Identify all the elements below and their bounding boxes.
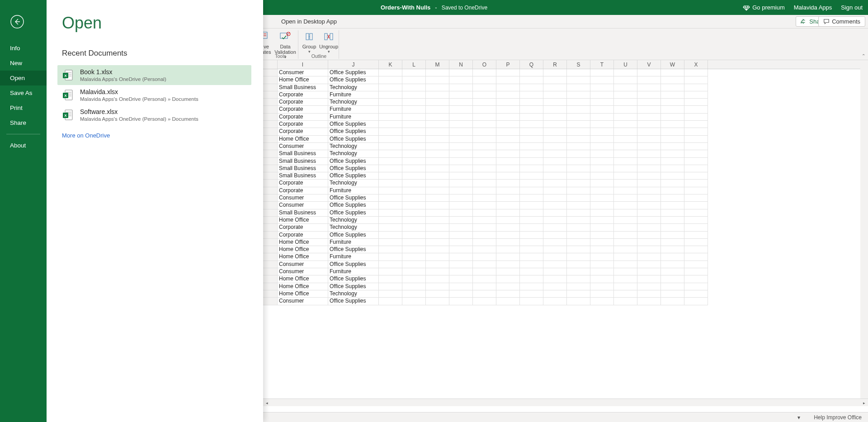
col-header-M[interactable]: M [426, 60, 449, 69]
cell[interactable] [543, 143, 567, 150]
cell[interactable] [520, 290, 543, 298]
cell[interactable] [614, 76, 637, 84]
cell[interactable] [379, 246, 402, 253]
cell[interactable] [473, 180, 496, 187]
cell[interactable] [496, 290, 520, 298]
cell[interactable] [520, 261, 543, 268]
cell[interactable] [567, 268, 590, 275]
cell[interactable] [520, 202, 543, 209]
cell[interactable] [496, 246, 520, 253]
nav-open[interactable]: Open [0, 71, 47, 85]
cell[interactable]: Small Business [278, 150, 328, 157]
cell[interactable] [426, 232, 449, 239]
cell[interactable] [473, 158, 496, 165]
cell[interactable] [661, 121, 684, 128]
cell[interactable]: Office Supplies [328, 232, 379, 239]
cell[interactable] [263, 128, 278, 135]
cell[interactable] [661, 99, 684, 106]
cell[interactable]: Office Supplies [328, 246, 379, 253]
cell[interactable] [449, 217, 473, 224]
cell[interactable] [661, 209, 684, 217]
cell[interactable] [543, 253, 567, 261]
cell[interactable] [263, 136, 278, 143]
cell[interactable] [637, 114, 661, 121]
cell[interactable] [263, 99, 278, 106]
cell[interactable] [449, 261, 473, 268]
cell[interactable] [402, 106, 426, 113]
cell[interactable] [263, 158, 278, 165]
cell[interactable] [449, 246, 473, 253]
cell[interactable] [402, 261, 426, 268]
cell[interactable]: Office Supplies [328, 298, 379, 305]
cell[interactable] [614, 158, 637, 165]
cell[interactable] [543, 290, 567, 298]
cell[interactable] [426, 150, 449, 157]
comments-button[interactable]: Comments [818, 16, 865, 27]
cell[interactable] [426, 246, 449, 253]
cell[interactable] [684, 165, 708, 172]
cell[interactable] [379, 268, 402, 275]
cell[interactable] [590, 202, 614, 209]
cell[interactable] [263, 217, 278, 224]
cell[interactable] [520, 172, 543, 180]
help-improve-link[interactable]: Help Improve Office [814, 414, 862, 421]
cell[interactable] [496, 99, 520, 106]
cell[interactable] [402, 239, 426, 246]
cell[interactable] [637, 290, 661, 298]
cell[interactable] [684, 84, 708, 91]
cell[interactable] [637, 69, 661, 76]
cell[interactable] [426, 268, 449, 275]
cell[interactable] [684, 232, 708, 239]
cell[interactable] [263, 69, 278, 76]
cell[interactable] [567, 158, 590, 165]
cell[interactable] [263, 209, 278, 217]
cell[interactable] [543, 180, 567, 187]
cell[interactable]: Office Supplies [328, 172, 379, 180]
cell[interactable] [661, 180, 684, 187]
cell[interactable] [684, 217, 708, 224]
cell[interactable] [590, 253, 614, 261]
cell[interactable] [637, 84, 661, 91]
table-row[interactable]: ConsumerOffice Supplies [263, 298, 868, 305]
cell[interactable] [473, 194, 496, 202]
cell[interactable] [379, 194, 402, 202]
cell[interactable]: Technology [328, 99, 379, 106]
cell[interactable] [473, 253, 496, 261]
cell[interactable] [379, 275, 402, 283]
cell[interactable] [567, 84, 590, 91]
cell[interactable] [496, 180, 520, 187]
cell[interactable] [426, 158, 449, 165]
cell[interactable] [684, 69, 708, 76]
cell[interactable] [614, 136, 637, 143]
cell[interactable] [402, 217, 426, 224]
table-row[interactable]: ConsumerTechnology [263, 143, 868, 150]
cell[interactable] [263, 194, 278, 202]
cell[interactable] [402, 76, 426, 84]
table-row[interactable]: Home OfficeFurniture [263, 253, 868, 261]
cell[interactable] [590, 187, 614, 194]
table-row[interactable]: Home OfficeOffice Supplies [263, 76, 868, 84]
cell[interactable] [426, 275, 449, 283]
table-row[interactable]: CorporateFurniture [263, 114, 868, 121]
cell[interactable] [402, 99, 426, 106]
col-header-N[interactable]: N [449, 60, 473, 69]
cell[interactable] [449, 187, 473, 194]
cell[interactable] [614, 187, 637, 194]
cell[interactable] [496, 194, 520, 202]
cell[interactable] [684, 261, 708, 268]
cell[interactable] [496, 143, 520, 150]
cell[interactable] [520, 180, 543, 187]
cell[interactable] [567, 128, 590, 135]
cell[interactable]: Corporate [278, 180, 328, 187]
cell[interactable] [567, 136, 590, 143]
cell[interactable] [590, 158, 614, 165]
table-row[interactable]: Small BusinessOffice Supplies [263, 172, 868, 180]
cell[interactable] [520, 158, 543, 165]
col-header-R[interactable]: R [543, 60, 567, 69]
cell[interactable] [473, 283, 496, 290]
cell[interactable] [449, 128, 473, 135]
cell[interactable]: Office Supplies [328, 275, 379, 283]
cell[interactable] [567, 283, 590, 290]
cell[interactable] [379, 91, 402, 99]
cell[interactable] [684, 209, 708, 217]
